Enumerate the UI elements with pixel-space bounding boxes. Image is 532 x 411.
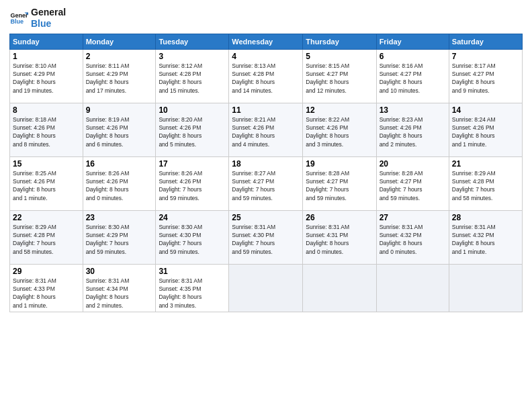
day-info: Sunrise: 8:31 AM Sunset: 4:33 PM Dayligh… xyxy=(13,277,80,310)
day-number: 22 xyxy=(13,213,80,222)
calendar-cell: 14Sunrise: 8:24 AM Sunset: 4:26 PM Dayli… xyxy=(449,103,522,156)
day-info: Sunrise: 8:29 AM Sunset: 4:28 PM Dayligh… xyxy=(13,223,80,256)
calendar-table: SundayMondayTuesdayWednesdayThursdayFrid… xyxy=(9,34,523,312)
day-number: 11 xyxy=(232,105,300,115)
day-info: Sunrise: 8:31 AM Sunset: 4:32 PM Dayligh… xyxy=(380,223,446,256)
day-number: 13 xyxy=(380,105,446,115)
calendar-cell xyxy=(376,264,449,312)
day-number: 25 xyxy=(232,213,300,222)
day-info: Sunrise: 8:24 AM Sunset: 4:26 PM Dayligh… xyxy=(452,116,519,148)
day-number: 18 xyxy=(232,159,300,169)
day-number: 5 xyxy=(306,52,373,61)
day-number: 30 xyxy=(86,267,153,276)
day-header-sunday: Sunday xyxy=(10,34,83,49)
main-container: General Blue General Blue SundayMondayTu… xyxy=(0,0,532,319)
logo: General Blue General Blue xyxy=(9,7,66,30)
day-number: 28 xyxy=(452,213,519,222)
calendar-cell: 11Sunrise: 8:21 AM Sunset: 4:26 PM Dayli… xyxy=(229,103,303,156)
day-header-thursday: Thursday xyxy=(303,34,376,49)
day-info: Sunrise: 8:13 AM Sunset: 4:28 PM Dayligh… xyxy=(232,62,300,95)
day-number: 8 xyxy=(13,105,80,115)
day-info: Sunrise: 8:27 AM Sunset: 4:27 PM Dayligh… xyxy=(232,169,300,202)
day-info: Sunrise: 8:11 AM Sunset: 4:29 PM Dayligh… xyxy=(86,62,153,95)
day-info: Sunrise: 8:18 AM Sunset: 4:26 PM Dayligh… xyxy=(13,116,80,148)
day-number: 31 xyxy=(159,267,226,276)
calendar-cell: 13Sunrise: 8:23 AM Sunset: 4:26 PM Dayli… xyxy=(376,103,449,156)
day-number: 6 xyxy=(380,52,446,61)
calendar-cell: 16Sunrise: 8:26 AM Sunset: 4:26 PM Dayli… xyxy=(83,156,156,210)
calendar-cell: 24Sunrise: 8:30 AM Sunset: 4:30 PM Dayli… xyxy=(156,210,229,264)
day-number: 3 xyxy=(159,52,226,61)
day-info: Sunrise: 8:31 AM Sunset: 4:34 PM Dayligh… xyxy=(86,277,153,310)
day-info: Sunrise: 8:21 AM Sunset: 4:26 PM Dayligh… xyxy=(232,116,300,148)
calendar-cell: 7Sunrise: 8:17 AM Sunset: 4:27 PM Daylig… xyxy=(449,49,522,103)
day-info: Sunrise: 8:10 AM Sunset: 4:29 PM Dayligh… xyxy=(13,62,80,95)
day-header-wednesday: Wednesday xyxy=(229,34,303,49)
calendar-cell: 19Sunrise: 8:28 AM Sunset: 4:27 PM Dayli… xyxy=(303,156,376,210)
day-number: 16 xyxy=(86,159,153,169)
day-info: Sunrise: 8:23 AM Sunset: 4:26 PM Dayligh… xyxy=(380,116,446,148)
day-info: Sunrise: 8:26 AM Sunset: 4:26 PM Dayligh… xyxy=(86,169,153,202)
calendar-cell: 5Sunrise: 8:15 AM Sunset: 4:27 PM Daylig… xyxy=(303,49,376,103)
day-header-saturday: Saturday xyxy=(449,34,522,49)
logo-icon: General Blue xyxy=(9,9,28,28)
day-header-monday: Monday xyxy=(83,34,156,49)
day-number: 2 xyxy=(86,52,153,61)
day-number: 23 xyxy=(86,213,153,222)
day-number: 9 xyxy=(86,105,153,115)
calendar-cell: 1Sunrise: 8:10 AM Sunset: 4:29 PM Daylig… xyxy=(10,49,83,103)
day-info: Sunrise: 8:15 AM Sunset: 4:27 PM Dayligh… xyxy=(306,62,373,95)
calendar-cell: 28Sunrise: 8:31 AM Sunset: 4:32 PM Dayli… xyxy=(449,210,522,264)
calendar-cell: 12Sunrise: 8:22 AM Sunset: 4:26 PM Dayli… xyxy=(303,103,376,156)
calendar-cell: 9Sunrise: 8:19 AM Sunset: 4:26 PM Daylig… xyxy=(83,103,156,156)
calendar-cell: 10Sunrise: 8:20 AM Sunset: 4:26 PM Dayli… xyxy=(156,103,229,156)
day-number: 14 xyxy=(452,105,519,115)
day-info: Sunrise: 8:29 AM Sunset: 4:28 PM Dayligh… xyxy=(452,169,519,202)
day-number: 20 xyxy=(380,159,446,169)
day-number: 26 xyxy=(306,213,373,222)
calendar-cell xyxy=(229,264,303,312)
day-info: Sunrise: 8:31 AM Sunset: 4:31 PM Dayligh… xyxy=(306,223,373,256)
calendar-cell: 4Sunrise: 8:13 AM Sunset: 4:28 PM Daylig… xyxy=(229,49,303,103)
day-number: 17 xyxy=(159,159,226,169)
day-number: 27 xyxy=(380,213,446,222)
day-number: 12 xyxy=(306,105,373,115)
day-number: 21 xyxy=(452,159,519,169)
day-number: 24 xyxy=(159,213,226,222)
calendar-cell: 8Sunrise: 8:18 AM Sunset: 4:26 PM Daylig… xyxy=(10,103,83,156)
day-number: 10 xyxy=(159,105,226,115)
day-info: Sunrise: 8:25 AM Sunset: 4:26 PM Dayligh… xyxy=(13,169,80,202)
logo-text: General Blue xyxy=(31,7,66,30)
day-number: 4 xyxy=(232,52,300,61)
calendar-cell: 23Sunrise: 8:30 AM Sunset: 4:29 PM Dayli… xyxy=(83,210,156,264)
day-header-friday: Friday xyxy=(376,34,449,49)
day-info: Sunrise: 8:28 AM Sunset: 4:27 PM Dayligh… xyxy=(380,169,446,202)
calendar-cell: 18Sunrise: 8:27 AM Sunset: 4:27 PM Dayli… xyxy=(229,156,303,210)
day-number: 19 xyxy=(306,159,373,169)
calendar-cell: 26Sunrise: 8:31 AM Sunset: 4:31 PM Dayli… xyxy=(303,210,376,264)
calendar-cell: 22Sunrise: 8:29 AM Sunset: 4:28 PM Dayli… xyxy=(10,210,83,264)
calendar-cell: 21Sunrise: 8:29 AM Sunset: 4:28 PM Dayli… xyxy=(449,156,522,210)
calendar-cell: 30Sunrise: 8:31 AM Sunset: 4:34 PM Dayli… xyxy=(83,264,156,312)
calendar-cell: 6Sunrise: 8:16 AM Sunset: 4:27 PM Daylig… xyxy=(376,49,449,103)
day-info: Sunrise: 8:30 AM Sunset: 4:30 PM Dayligh… xyxy=(159,223,226,256)
calendar-cell xyxy=(303,264,376,312)
day-info: Sunrise: 8:26 AM Sunset: 4:26 PM Dayligh… xyxy=(159,169,226,202)
day-header-tuesday: Tuesday xyxy=(156,34,229,49)
day-number: 7 xyxy=(452,52,519,61)
day-info: Sunrise: 8:30 AM Sunset: 4:29 PM Dayligh… xyxy=(86,223,153,256)
calendar-cell: 3Sunrise: 8:12 AM Sunset: 4:28 PM Daylig… xyxy=(156,49,229,103)
day-info: Sunrise: 8:22 AM Sunset: 4:26 PM Dayligh… xyxy=(306,116,373,148)
calendar-cell: 2Sunrise: 8:11 AM Sunset: 4:29 PM Daylig… xyxy=(83,49,156,103)
day-info: Sunrise: 8:19 AM Sunset: 4:26 PM Dayligh… xyxy=(86,116,153,148)
calendar-cell: 25Sunrise: 8:31 AM Sunset: 4:30 PM Dayli… xyxy=(229,210,303,264)
svg-text:Blue: Blue xyxy=(10,18,24,25)
calendar-cell: 17Sunrise: 8:26 AM Sunset: 4:26 PM Dayli… xyxy=(156,156,229,210)
calendar-cell: 29Sunrise: 8:31 AM Sunset: 4:33 PM Dayli… xyxy=(10,264,83,312)
day-info: Sunrise: 8:12 AM Sunset: 4:28 PM Dayligh… xyxy=(159,62,226,95)
day-number: 15 xyxy=(13,159,80,169)
day-info: Sunrise: 8:16 AM Sunset: 4:27 PM Dayligh… xyxy=(380,62,446,95)
calendar-cell: 27Sunrise: 8:31 AM Sunset: 4:32 PM Dayli… xyxy=(376,210,449,264)
calendar-cell: 31Sunrise: 8:31 AM Sunset: 4:35 PM Dayli… xyxy=(156,264,229,312)
day-info: Sunrise: 8:17 AM Sunset: 4:27 PM Dayligh… xyxy=(452,62,519,95)
